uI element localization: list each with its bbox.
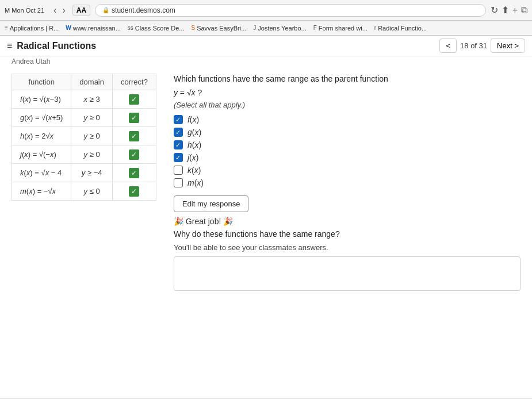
- great-job-text: 🎉 Great job! 🎉: [174, 217, 520, 226]
- correct-cell: ✓: [112, 127, 156, 145]
- domain-cell: y ≥ −4: [71, 164, 113, 182]
- windows-icon[interactable]: ⧉: [521, 5, 527, 16]
- url-bar[interactable]: 🔒 student.desmos.com: [95, 4, 486, 17]
- col-header-domain: domain: [71, 74, 113, 90]
- checkbox-g[interactable]: ✓: [174, 128, 183, 137]
- bookmark-class-score[interactable]: ss Class Score De...: [128, 25, 185, 32]
- col-header-correct: correct?: [112, 74, 156, 90]
- checkmark-icon: ✓: [129, 186, 139, 197]
- classmates-answer-box: [174, 256, 520, 291]
- choice-item-j: ✓ j(x): [174, 153, 520, 162]
- choice-label-m: m(x): [187, 178, 204, 187]
- bookmark-label: Savvas EasyBri...: [197, 25, 246, 32]
- hamburger-icon[interactable]: ≡: [7, 41, 12, 51]
- browser-nav-arrows[interactable]: ‹ ›: [51, 5, 68, 16]
- func-cell: m(x) = −√x: [12, 182, 71, 201]
- page-title: Radical Functions: [17, 41, 96, 51]
- page-title-block: ≡ Radical Functions: [7, 41, 96, 51]
- follow-up-question: Why do these functions have the same ran…: [174, 229, 520, 239]
- domain-cell: y ≥ 0: [71, 145, 113, 164]
- bookmark-label: Form shared wi...: [319, 25, 368, 32]
- bookmark-jostens[interactable]: J Jostens Yearbo...: [253, 25, 306, 32]
- bookmark-label: Radical Functio...: [378, 25, 427, 32]
- page-nav-right: < 18 of 31 Next >: [439, 39, 525, 53]
- func-cell: g(x) = √(x+5): [12, 109, 71, 127]
- checkbox-j[interactable]: ✓: [174, 153, 183, 162]
- main-content: function domain correct? f(x) = √(x−3) x…: [0, 67, 532, 398]
- aa-button[interactable]: AA: [72, 5, 90, 16]
- top-bar-actions: ↻ ⬆ + ⧉: [491, 5, 527, 16]
- correct-cell: ✓: [112, 90, 156, 109]
- add-tab-icon[interactable]: +: [512, 5, 518, 16]
- checkbox-m[interactable]: [174, 178, 183, 187]
- top-bar: M Mon Oct 21 ‹ › AA 🔒 student.desmos.com…: [0, 0, 532, 21]
- url-text: student.desmos.com: [112, 6, 175, 14]
- col-header-function: function: [12, 74, 71, 90]
- correct-cell: ✓: [112, 164, 156, 182]
- lock-icon: 🔒: [102, 7, 109, 13]
- choice-label-k: k(x): [187, 166, 201, 175]
- right-side-content: Which functions have the same range as t…: [168, 74, 520, 391]
- bookmark-label: Jostens Yearbo...: [258, 25, 306, 32]
- bookmark-form[interactable]: F Form shared wi...: [313, 25, 368, 32]
- domain-cell: x ≥ 3: [71, 90, 113, 109]
- bookmark-radical[interactable]: r Radical Functio...: [374, 25, 427, 32]
- func-cell: h(x) = 2√x: [12, 127, 71, 145]
- checkmark-icon: ✓: [129, 149, 139, 160]
- table-row: h(x) = 2√x y ≥ 0 ✓: [12, 127, 156, 145]
- question-text: Which functions have the same range as t…: [174, 74, 520, 85]
- checkbox-h[interactable]: ✓: [174, 140, 183, 149]
- func-cell: f(x) = √(x−3): [12, 90, 71, 109]
- bookmark-renaissan[interactable]: W www.renaissan...: [66, 25, 121, 32]
- prev-page-button[interactable]: <: [439, 39, 457, 53]
- student-name: Andrea Utah: [0, 56, 532, 67]
- choice-item-m: m(x): [174, 178, 520, 187]
- domain-cell: y ≥ 0: [71, 109, 113, 127]
- choice-list: ✓ f(x) ✓ g(x) ✓ h(x) ✓ j(x) k(x) m(x): [174, 115, 520, 187]
- choice-label-h: h(x): [187, 140, 201, 149]
- func-cell: k(x) = √x − 4: [12, 164, 71, 182]
- checkbox-f[interactable]: ✓: [174, 115, 183, 124]
- correct-cell: ✓: [112, 182, 156, 201]
- page-count: 18 of 31: [460, 41, 487, 50]
- checkbox-k[interactable]: [174, 166, 183, 175]
- checkmark-icon: ✓: [129, 131, 139, 141]
- domain-cell: y ≤ 0: [71, 182, 113, 201]
- choice-item-g: ✓ g(x): [174, 128, 520, 137]
- choice-item-f: ✓ f(x): [174, 115, 520, 124]
- checkmark-icon: ✓: [129, 113, 139, 123]
- bookmarks-bar: ≡ Applications | R... W www.renaissan...…: [0, 21, 532, 36]
- question-equation: y = √x ?: [174, 87, 520, 99]
- table-row: k(x) = √x − 4 y ≥ −4 ✓: [12, 164, 156, 182]
- bookmark-applications[interactable]: ≡ Applications | R...: [5, 25, 59, 32]
- bookmark-label: Applications | R...: [10, 25, 59, 32]
- func-cell: j(x) = √(−x): [12, 145, 71, 164]
- table-row: f(x) = √(x−3) x ≥ 3 ✓: [12, 90, 156, 109]
- checkmark-icon: ✓: [129, 168, 139, 178]
- correct-cell: ✓: [112, 145, 156, 164]
- bookmark-label: www.renaissan...: [73, 25, 121, 32]
- back-arrow[interactable]: ‹: [51, 5, 59, 16]
- choice-item-k: k(x): [174, 166, 520, 175]
- choice-item-h: ✓ h(x): [174, 140, 520, 149]
- forward-arrow[interactable]: ›: [60, 5, 67, 16]
- question-instruction: (Select all that apply.): [174, 101, 520, 109]
- domain-cell: y ≥ 0: [71, 127, 113, 145]
- table-row: g(x) = √(x+5) y ≥ 0 ✓: [12, 109, 156, 127]
- edit-response-button[interactable]: Edit my response: [174, 195, 248, 212]
- table-row: j(x) = √(−x) y ≥ 0 ✓: [12, 145, 156, 164]
- refresh-icon[interactable]: ↻: [491, 5, 498, 16]
- function-table-container: function domain correct? f(x) = √(x−3) x…: [12, 74, 156, 391]
- checkmark-icon: ✓: [129, 94, 139, 105]
- choice-label-f: f(x): [187, 115, 199, 124]
- page-nav-bar: ≡ Radical Functions < 18 of 31 Next >: [0, 36, 532, 56]
- share-icon[interactable]: ⬆: [502, 5, 509, 16]
- classmates-text: You'll be able to see your classmates an…: [174, 243, 520, 252]
- time-display: M Mon Oct 21: [5, 7, 44, 14]
- bookmark-savvas[interactable]: S Savvas EasyBri...: [191, 25, 246, 32]
- choice-label-j: j(x): [187, 153, 198, 162]
- next-page-button[interactable]: Next >: [491, 39, 525, 53]
- table-row: m(x) = −√x y ≤ 0 ✓: [12, 182, 156, 201]
- correct-cell: ✓: [112, 109, 156, 127]
- function-table: function domain correct? f(x) = √(x−3) x…: [12, 74, 156, 201]
